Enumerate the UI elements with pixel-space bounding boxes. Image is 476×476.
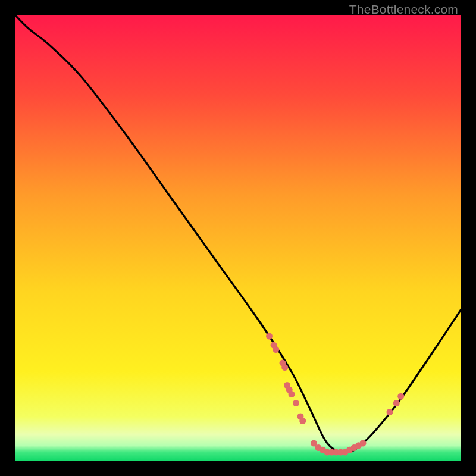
data-marker — [299, 418, 306, 424]
chart-svg — [15, 15, 461, 461]
data-marker — [273, 346, 279, 353]
chart-frame — [15, 15, 461, 461]
data-marker — [293, 400, 299, 406]
data-marker — [393, 400, 400, 406]
data-marker — [266, 333, 273, 340]
data-marker — [397, 393, 404, 400]
data-marker — [281, 364, 288, 371]
gradient-background — [15, 15, 461, 461]
data-marker — [289, 391, 295, 397]
data-marker — [360, 440, 367, 447]
data-marker — [387, 409, 393, 415]
